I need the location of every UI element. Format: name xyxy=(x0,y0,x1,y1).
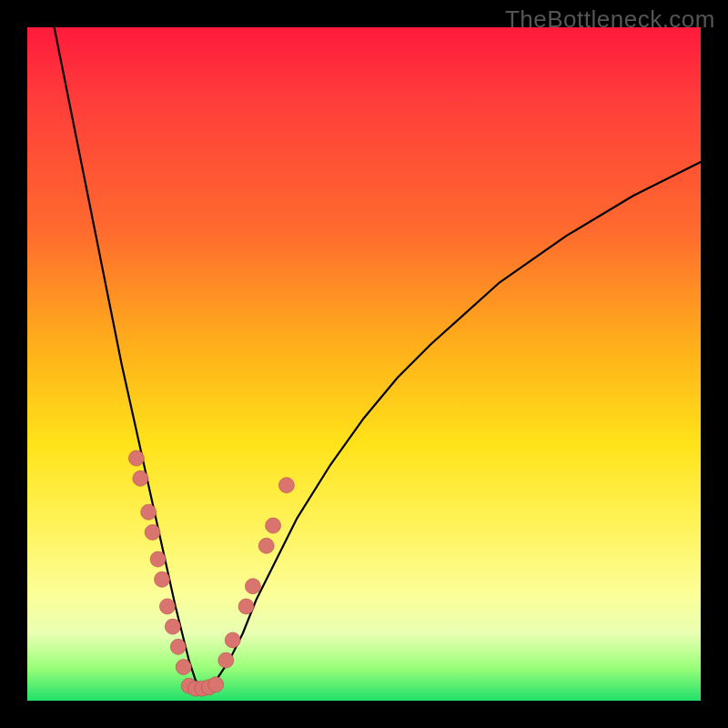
data-bead xyxy=(159,599,175,614)
data-bead xyxy=(245,579,260,594)
plot-area xyxy=(27,27,701,701)
data-bead xyxy=(266,518,281,533)
data-bead xyxy=(278,478,294,493)
data-bead xyxy=(128,450,144,466)
data-bead xyxy=(238,599,254,614)
data-bead xyxy=(133,470,148,486)
watermark-text: TheBottleneck.com xyxy=(505,5,715,34)
data-bead xyxy=(170,639,186,654)
data-bead xyxy=(145,525,160,541)
curve-svg xyxy=(27,27,701,701)
data-bead xyxy=(225,632,240,648)
data-bead xyxy=(218,652,234,668)
data-bead xyxy=(155,571,170,587)
v-curve xyxy=(55,27,701,687)
data-bead xyxy=(208,677,224,693)
data-bead xyxy=(258,538,274,553)
data-bead xyxy=(150,551,166,567)
data-bead xyxy=(141,504,157,520)
data-bead xyxy=(176,660,191,675)
chart-frame: TheBottleneck.com xyxy=(0,0,728,728)
data-bead xyxy=(165,619,180,634)
